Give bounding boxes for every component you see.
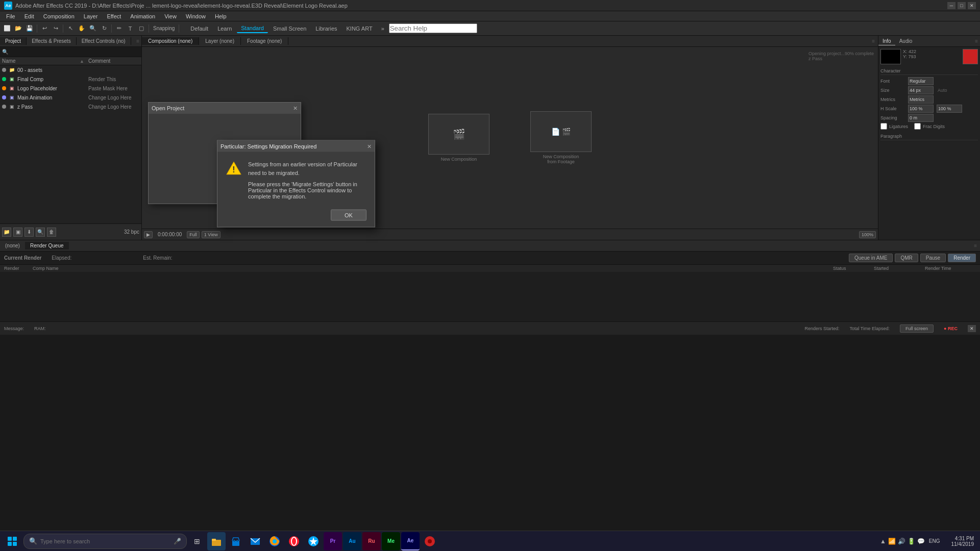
ligatures-checkbox[interactable] [880, 123, 887, 130]
tab-audio[interactable]: Audio [895, 37, 917, 45]
delete-btn[interactable]: 🗑 [47, 228, 56, 237]
unknown1-btn[interactable] [304, 532, 323, 550]
workspace-king-art[interactable]: KING ART [342, 24, 377, 33]
toolbar-save[interactable]: 💾 [24, 23, 35, 34]
import-btn[interactable]: ⬇ [24, 228, 34, 237]
render-btn[interactable]: Render [948, 254, 976, 262]
store-btn[interactable] [227, 532, 245, 550]
workspace-small-screen[interactable]: Small Screen [269, 24, 310, 33]
tab-effect-controls[interactable]: Effect Controls (no) [77, 37, 131, 45]
view-btn[interactable]: 1 View [202, 231, 220, 238]
workspace-learn[interactable]: Learn [213, 24, 236, 33]
qmr-btn[interactable]: QMR [895, 254, 918, 262]
open-project-close-btn[interactable]: ✕ [293, 105, 298, 112]
toolbar-hand[interactable]: ✋ [77, 23, 87, 34]
toolbar-select[interactable]: ↖ [65, 23, 76, 34]
new-folder-btn[interactable]: 📁 [2, 228, 11, 237]
toolbar-text[interactable]: T [125, 23, 135, 34]
menu-view[interactable]: View [160, 12, 181, 20]
tray-expand-icon[interactable]: ▲ [880, 538, 886, 545]
media-encoder-btn[interactable]: Me [382, 532, 400, 550]
frac-checkbox[interactable] [914, 123, 921, 130]
menu-layer[interactable]: Layer [80, 12, 102, 20]
tab-render-queue[interactable]: Render Queue [25, 242, 69, 249]
tab-footage[interactable]: Footage (none) [241, 37, 288, 45]
taskview-btn[interactable]: ⊞ [188, 532, 206, 550]
minimize-button[interactable]: ─ [947, 2, 955, 9]
toolbar-undo[interactable]: ↩ [39, 23, 50, 34]
taskbar-search-input[interactable] [40, 538, 170, 544]
movie-btn[interactable] [421, 532, 439, 550]
status-close-btn[interactable]: ✕ [968, 325, 976, 332]
tab-info[interactable]: Info [878, 37, 895, 45]
migration-close-btn[interactable]: ✕ [367, 143, 372, 149]
tray-battery-icon[interactable]: 🔋 [908, 538, 915, 545]
metrics-input[interactable] [908, 95, 934, 104]
workspace-libraries[interactable]: Libraries [311, 24, 341, 33]
after-effects-btn[interactable]: Ae [401, 532, 420, 550]
firefox-btn[interactable] [265, 532, 284, 550]
toolbar-zoom[interactable]: 🔍 [88, 23, 98, 34]
taskbar-clock[interactable]: 4:31 PM 11/4/2019 [947, 536, 978, 547]
toolbar-rotate[interactable]: ↻ [99, 23, 109, 34]
queue-in-ame-btn[interactable]: Queue in AME [849, 254, 893, 262]
project-search-input[interactable] [10, 49, 139, 55]
resolution-btn[interactable]: Full [187, 231, 200, 238]
toolbar-redo[interactable]: ↪ [51, 23, 61, 34]
tab-project[interactable]: Project [0, 37, 27, 45]
new-comp-from-footage-option[interactable]: 📄 🎬 New Compositionfrom Footage [530, 111, 592, 164]
list-item[interactable]: ▣ Main Animation Change Logo Here [0, 93, 141, 102]
tab-effects-presets[interactable]: Effects & Presets [27, 37, 77, 45]
workspace-standard[interactable]: Standard [237, 24, 268, 33]
panel-options-icon[interactable]: ≡ [134, 38, 141, 44]
list-item[interactable]: 📁 00 - assets [0, 65, 141, 74]
migration-ok-btn[interactable]: OK [331, 210, 366, 221]
size-input[interactable] [908, 86, 934, 94]
new-comp-btn[interactable]: ▣ [13, 228, 22, 237]
pause-btn[interactable]: Pause [920, 254, 946, 262]
opera-btn[interactable] [285, 532, 303, 550]
toolbar-open[interactable]: 📂 [13, 23, 23, 34]
rush-btn[interactable]: Ru [362, 532, 381, 550]
menu-file[interactable]: File [2, 12, 19, 20]
audition-btn[interactable]: Au [343, 532, 361, 550]
menu-animation[interactable]: Animation [126, 12, 159, 20]
microphone-icon[interactable]: 🎤 [174, 538, 181, 545]
menu-effect[interactable]: Effect [103, 12, 125, 20]
premiere-pro-btn[interactable]: Pr [324, 532, 342, 550]
maximize-button[interactable]: □ [958, 2, 966, 9]
toolbar-pen[interactable]: ✏ [114, 23, 124, 34]
menu-composition[interactable]: Composition [39, 12, 79, 20]
tab-none[interactable]: (none) [0, 242, 25, 249]
menu-window[interactable]: Window [182, 12, 210, 20]
play-btn[interactable]: ▶ [144, 231, 153, 238]
close-button[interactable]: ✕ [968, 2, 976, 9]
fullscreen-btn[interactable]: Full screen [900, 324, 934, 333]
toolbar-new[interactable]: ⬜ [2, 23, 12, 34]
font-input[interactable] [908, 77, 934, 85]
list-item[interactable]: ▣ z Pass Change Logo Here [0, 102, 141, 111]
tab-composition[interactable]: Composition (none) [142, 37, 199, 45]
tray-network-icon[interactable]: 📶 [888, 538, 896, 545]
menu-help[interactable]: Help [211, 12, 231, 20]
menu-edit[interactable]: Edit [20, 12, 38, 20]
file-explorer-btn[interactable] [207, 532, 226, 550]
toolbar-shape[interactable]: ▢ [136, 23, 146, 34]
workspace-overflow[interactable]: » [378, 23, 388, 34]
center-panel-options[interactable]: ≡ [869, 38, 878, 44]
spacing-input[interactable] [908, 114, 934, 122]
zoom-btn[interactable]: 100% [859, 231, 876, 238]
timeline-options[interactable]: ≡ [971, 243, 980, 248]
taskbar-search[interactable]: 🔍 🎤 [23, 534, 187, 549]
new-comp-option[interactable]: 🎬 New Composition [428, 114, 489, 162]
mail-btn[interactable] [246, 532, 264, 550]
find-btn[interactable]: 🔍 [36, 228, 45, 237]
tray-notification-icon[interactable]: 💬 [917, 538, 925, 545]
workspace-default[interactable]: Default [186, 24, 212, 33]
start-button[interactable] [2, 531, 22, 552]
list-item[interactable]: ▣ Logo Placeholder Paste Mask Here [0, 84, 141, 93]
tray-volume-icon[interactable]: 🔊 [898, 538, 905, 545]
scale-h-input[interactable] [908, 105, 934, 113]
right-panel-options[interactable]: ≡ [973, 38, 980, 44]
tab-layer[interactable]: Layer (none) [199, 37, 241, 45]
